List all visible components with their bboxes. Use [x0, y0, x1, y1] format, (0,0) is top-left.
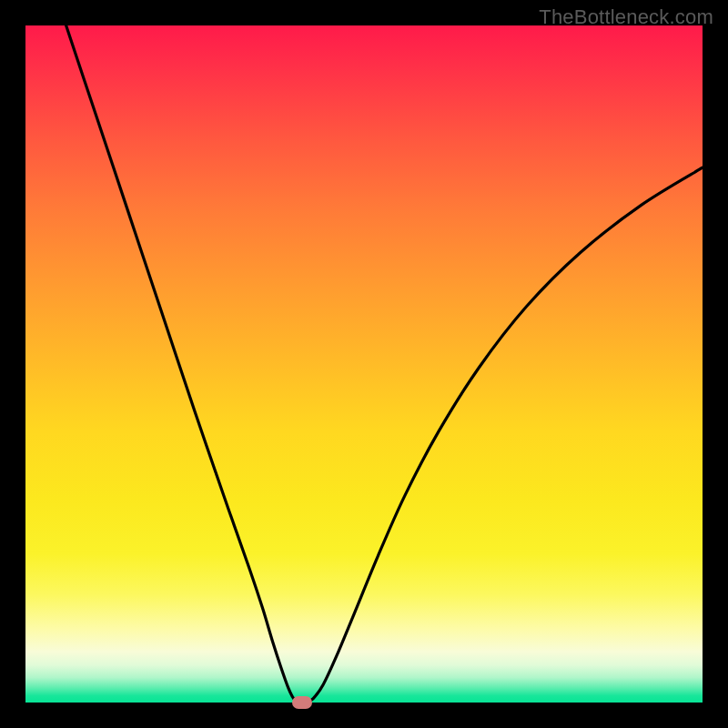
chart-frame — [25, 25, 703, 703]
bottleneck-curve-path — [66, 25, 703, 703]
watermark-text: TheBottleneck.com — [539, 5, 713, 29]
bottleneck-curve-svg — [25, 25, 703, 703]
optimal-point-marker — [292, 696, 312, 709]
